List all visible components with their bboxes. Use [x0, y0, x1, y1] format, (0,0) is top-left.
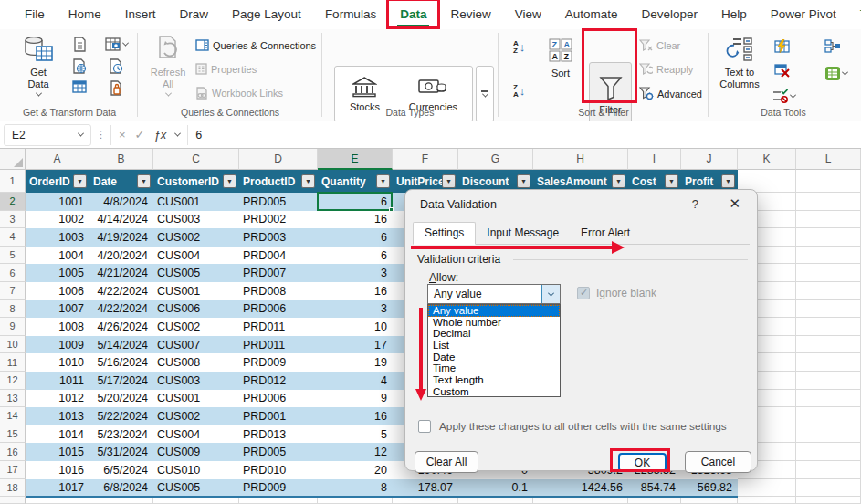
cell[interactable]: PRD010 [239, 461, 318, 479]
empty-cell[interactable] [796, 211, 861, 229]
column-header-l[interactable]: L [796, 149, 861, 170]
cell[interactable]: 1013 [26, 407, 89, 425]
filter-dropdown-unitprice[interactable]: ▼ [442, 174, 456, 188]
allow-option-text-length[interactable]: Text length [428, 374, 560, 386]
cell[interactable]: PRD013 [239, 425, 318, 444]
cell[interactable]: 17 [318, 336, 393, 354]
menu-tab-review[interactable]: Review [438, 1, 502, 28]
cell[interactable]: 1009 [26, 336, 89, 354]
cell[interactable]: 5 [318, 425, 393, 444]
cell[interactable]: PRD011 [239, 318, 318, 336]
from-text-file-icon[interactable] [73, 37, 87, 52]
cell[interactable]: 1424.56 [533, 479, 628, 498]
column-header-j[interactable]: J [681, 149, 738, 170]
empty-cell[interactable] [153, 497, 239, 504]
cell[interactable]: 1014 [26, 425, 89, 444]
column-header-c[interactable]: C [153, 149, 239, 170]
formula-chevron-icon[interactable] [174, 131, 181, 137]
cell[interactable]: 4 [318, 372, 393, 390]
cell[interactable]: PRD001 [239, 407, 318, 425]
empty-cell[interactable] [796, 353, 861, 372]
sort-descending-button[interactable]: ZA↓ [513, 84, 525, 99]
cell[interactable]: PRD005 [239, 193, 318, 211]
menu-tab-automate[interactable]: Automate [553, 1, 630, 28]
ignore-blank-checkbox[interactable] [577, 287, 590, 299]
cell[interactable]: 569.82 [681, 479, 738, 498]
cell[interactable]: PRD008 [239, 282, 318, 300]
name-box[interactable]: E2 [4, 124, 91, 146]
empty-cell[interactable] [533, 497, 628, 504]
cell[interactable]: 854.74 [628, 479, 681, 498]
column-header-g[interactable]: G [458, 149, 533, 170]
allow-combobox[interactable]: Any value [427, 284, 561, 304]
cell[interactable]: 16 [318, 211, 393, 229]
insert-function-icon[interactable]: ƒx [154, 128, 167, 142]
cell[interactable]: PRD003 [239, 228, 318, 247]
get-data-button[interactable]: Get Data [15, 35, 62, 97]
filter-dropdown-discount[interactable]: ▼ [517, 174, 530, 188]
cell[interactable]: 16 [318, 407, 393, 425]
cell[interactable]: CUS003 [153, 211, 239, 229]
cell[interactable]: PRD004 [239, 247, 318, 265]
allow-combobox-dropdown-button[interactable] [541, 285, 560, 303]
cell[interactable]: 4/22/2024 [89, 282, 153, 300]
empty-cell[interactable] [738, 497, 796, 504]
row-header-8[interactable]: 8 [0, 300, 26, 319]
cell[interactable]: 1003 [26, 228, 89, 247]
workbook-links-button[interactable]: Workbook Links [195, 87, 283, 100]
allow-option-list[interactable]: List [428, 340, 560, 352]
clear-filter-button[interactable]: Clear [639, 39, 680, 52]
column-header-a[interactable]: A [26, 149, 89, 170]
menu-tab-formulas[interactable]: Formulas [313, 1, 388, 28]
column-header-h[interactable]: H [533, 149, 628, 170]
empty-cell[interactable] [796, 479, 861, 498]
cell[interactable]: 5/17/2024 [89, 372, 153, 390]
sort-button[interactable]: Z A A Z Sort [541, 37, 581, 79]
empty-cell[interactable] [796, 247, 861, 265]
empty-cell[interactable] [796, 264, 861, 282]
cell[interactable]: 1001 [26, 193, 89, 211]
column-header-d[interactable]: D [239, 149, 318, 170]
reapply-filter-button[interactable]: Reapply [639, 63, 693, 76]
cell[interactable]: CUS008 [153, 353, 239, 372]
filter-button[interactable]: Filter [589, 62, 632, 128]
cell[interactable]: CUS006 [153, 300, 239, 319]
remove-duplicates-button[interactable] [774, 64, 791, 79]
filter-dropdown-orderid[interactable]: ▼ [73, 174, 87, 188]
empty-cell[interactable] [796, 425, 861, 444]
allow-option-custom[interactable]: Custom [428, 386, 560, 398]
fill-handle[interactable] [389, 207, 394, 212]
cell[interactable]: CUS005 [153, 479, 239, 498]
row-header-3[interactable]: 3 [0, 211, 26, 229]
queries-connections-button[interactable]: Queries & Connections [195, 39, 316, 51]
cell[interactable]: 9 [318, 390, 393, 408]
cell[interactable]: 19 [318, 353, 393, 372]
empty-cell[interactable] [796, 336, 861, 354]
dialog-help-icon[interactable]: ? [692, 197, 698, 211]
empty-cell[interactable] [738, 479, 796, 498]
empty-cell[interactable] [796, 282, 861, 300]
cell[interactable]: 1007 [26, 300, 89, 319]
row-header-12[interactable]: 12 [0, 372, 26, 390]
cell[interactable]: PRD006 [239, 300, 318, 319]
column-header-e[interactable]: E [318, 149, 393, 170]
cell[interactable]: PRD009 [239, 353, 318, 372]
text-to-columns-button[interactable]: Text to Columns [714, 37, 765, 90]
cell[interactable]: 5/31/2024 [89, 443, 153, 461]
empty-cell[interactable] [796, 390, 861, 408]
cell[interactable]: 1008 [26, 318, 89, 336]
from-web-icon[interactable] [72, 58, 87, 74]
allow-option-whole-number[interactable]: Whole number [428, 317, 560, 329]
empty-cell[interactable] [681, 497, 738, 504]
empty-cell[interactable] [239, 497, 318, 504]
cell[interactable]: CUS003 [153, 372, 239, 390]
filter-dropdown-date[interactable]: ▼ [137, 174, 151, 188]
row-header-10[interactable]: 10 [0, 336, 26, 354]
empty-cell[interactable] [393, 497, 458, 504]
cell[interactable]: CUS009 [153, 443, 239, 461]
menu-tab-data[interactable]: Data [388, 1, 438, 28]
cell[interactable]: PRD009 [239, 479, 318, 498]
row-header-6[interactable]: 6 [0, 264, 26, 282]
empty-cell[interactable] [458, 497, 533, 504]
group-button[interactable] [824, 39, 841, 53]
